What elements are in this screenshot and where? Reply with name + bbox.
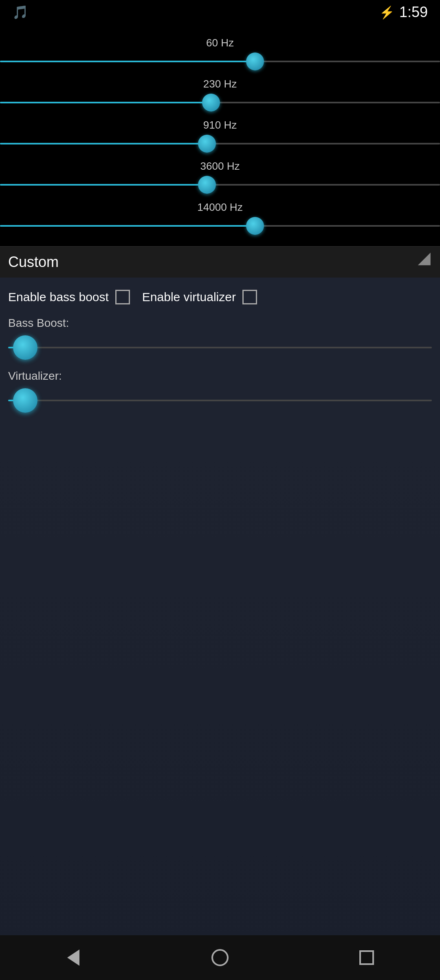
eq-label-910hz: 910 Hz <box>0 119 440 131</box>
home-icon <box>211 949 229 966</box>
slider-fill <box>0 225 255 227</box>
virtualizer-section-label: Virtualizer: <box>8 370 432 383</box>
toggle-row: Enable bass boost Enable virtualizer <box>8 290 432 304</box>
chevron-down-icon <box>418 253 437 272</box>
notification-icon: 🎵 <box>12 4 29 20</box>
eq-slider-row-3600hz: 3600 Hz <box>0 160 440 193</box>
bass-boost-checkbox[interactable] <box>115 290 130 304</box>
home-button[interactable] <box>204 941 236 974</box>
empty-area <box>0 435 440 960</box>
preset-selector[interactable]: Custom <box>0 246 440 278</box>
eq-slider-row-230hz: 230 Hz <box>0 78 440 111</box>
recent-button[interactable] <box>350 941 383 974</box>
eq-slider-230hz[interactable] <box>0 94 440 111</box>
slider-fill <box>0 61 255 62</box>
slider-thumb[interactable] <box>198 176 216 194</box>
eq-slider-row-14000hz: 14000 Hz <box>0 201 440 234</box>
eq-label-230hz: 230 Hz <box>0 78 440 90</box>
preset-label: Custom <box>8 254 59 271</box>
back-button[interactable] <box>57 941 90 974</box>
slider-track <box>8 400 432 401</box>
status-bar-right: ⚡ 1:59 <box>379 4 428 21</box>
slider-thumb[interactable] <box>246 52 264 70</box>
slider-fill <box>0 143 207 144</box>
back-icon <box>67 949 79 966</box>
virtualizer-slider[interactable] <box>8 388 432 413</box>
controls-section: Enable bass boost Enable virtualizer Bas… <box>0 278 440 435</box>
slider-thumb[interactable] <box>13 335 37 360</box>
status-time: 1:59 <box>399 4 428 21</box>
battery-icon: ⚡ <box>379 5 394 20</box>
slider-thumb[interactable] <box>13 388 37 413</box>
slider-thumb[interactable] <box>202 94 220 112</box>
virtualizer-toggle[interactable]: Enable virtualizer <box>142 290 257 304</box>
eq-slider-910hz[interactable] <box>0 136 440 152</box>
virtualizer-label: Enable virtualizer <box>142 290 236 304</box>
eq-label-14000hz: 14000 Hz <box>0 201 440 214</box>
slider-track <box>8 347 432 348</box>
eq-slider-3600hz[interactable] <box>0 177 440 193</box>
bass-boost-label: Enable bass boost <box>8 290 109 304</box>
eq-section: 60 Hz 230 Hz 910 Hz 3600 Hz <box>0 24 440 246</box>
eq-slider-row-910hz: 910 Hz <box>0 119 440 152</box>
bass-boost-slider[interactable] <box>8 335 432 360</box>
virtualizer-checkbox[interactable] <box>242 290 257 304</box>
slider-thumb[interactable] <box>246 217 264 235</box>
nav-bar <box>0 935 440 980</box>
slider-thumb[interactable] <box>198 135 216 153</box>
recent-icon <box>359 950 374 965</box>
bass-boost-toggle[interactable]: Enable bass boost <box>8 290 130 304</box>
status-bar-left: 🎵 <box>12 4 29 20</box>
status-bar: 🎵 ⚡ 1:59 <box>0 0 440 24</box>
slider-fill <box>0 184 207 186</box>
bass-boost-section-label: Bass Boost: <box>8 317 432 330</box>
eq-label-60hz: 60 Hz <box>0 37 440 49</box>
eq-slider-14000hz[interactable] <box>0 218 440 234</box>
eq-slider-60hz[interactable] <box>0 53 440 70</box>
slider-fill <box>0 102 211 103</box>
eq-slider-row-60hz: 60 Hz <box>0 37 440 70</box>
eq-label-3600hz: 3600 Hz <box>0 160 440 173</box>
